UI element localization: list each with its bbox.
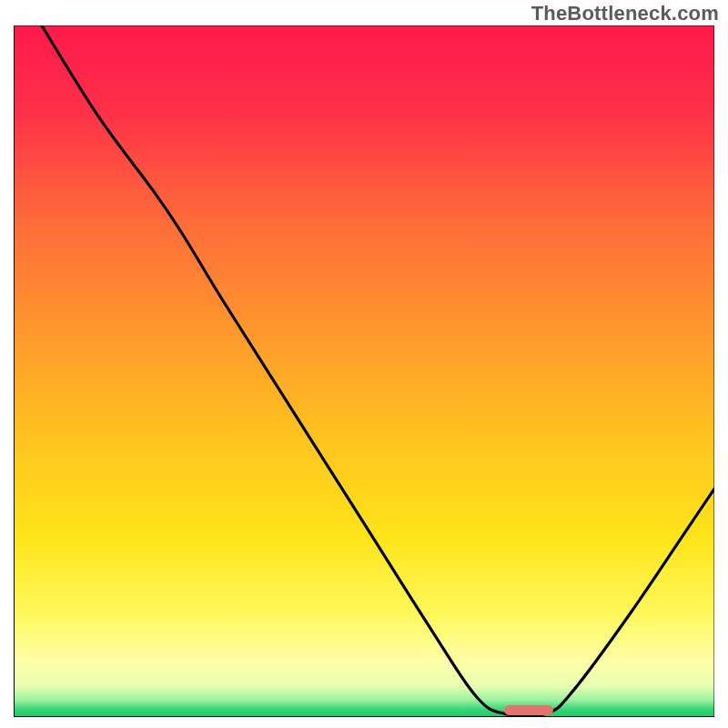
chart-svg (14, 25, 714, 717)
bottleneck-chart (14, 25, 714, 717)
gradient-background (14, 25, 714, 717)
attribution-text: TheBottleneck.com (531, 2, 719, 25)
optimum-marker (504, 705, 553, 715)
